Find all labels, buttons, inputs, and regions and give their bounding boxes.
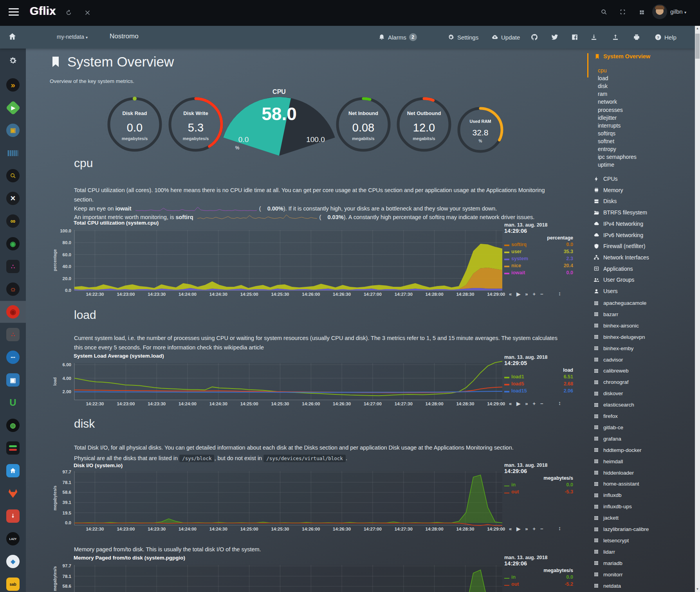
pan-back-icon[interactable]: « xyxy=(509,526,512,532)
gauge-used-ram[interactable]: Used RAM 32.8 % xyxy=(453,103,507,157)
cpu-chart[interactable]: 14:22:3014:23:0014:23:3014:24:0014:24:30… xyxy=(51,219,576,303)
app-title[interactable]: Gflix xyxy=(30,5,56,18)
vertical-scrollbar[interactable]: ▲ ▼ xyxy=(695,26,700,592)
sidebar-section-system-overview[interactable]: System Overview xyxy=(594,53,650,59)
sidebar-item-disk[interactable]: disk xyxy=(598,83,608,89)
sidebar-app-jackett[interactable]: jackett xyxy=(594,515,619,521)
chart-plot[interactable]: 14:22:3014:23:0014:23:3014:24:0014:24:30… xyxy=(51,219,576,303)
sidebar-app-firefox[interactable]: firefox xyxy=(594,413,618,419)
sidebar-app-elasticsearch[interactable]: elasticsearch xyxy=(594,402,634,408)
sidebar-app-influxdb[interactable]: influxdb xyxy=(594,492,622,498)
sidebar-app-binhex-delugevpn[interactable]: binhex-delugevpn xyxy=(594,334,645,340)
rail-app-rutorrent[interactable]: ◍ xyxy=(0,418,26,433)
sidebar-app-chronograf[interactable]: chronograf xyxy=(594,379,629,385)
sidebar-section-ipv4-networking[interactable]: IPv4 Networking xyxy=(594,221,643,227)
legend-out[interactable]: out -5.3 xyxy=(504,488,573,495)
sidebar-section-network-interfaces[interactable]: Network Interfaces xyxy=(594,254,649,261)
chart-resize-handle[interactable]: ↕ xyxy=(558,525,561,531)
chart-resize-handle[interactable]: ↕ xyxy=(558,400,561,406)
legend-nice[interactable]: nice 20.4 xyxy=(504,262,573,269)
sidebar-section-disks[interactable]: Disks xyxy=(594,198,617,204)
legend-out[interactable]: out -5.2 xyxy=(504,581,573,588)
pan-back-icon[interactable]: « xyxy=(509,291,512,297)
ndbar-github-button[interactable] xyxy=(531,26,538,49)
legend-softirq[interactable]: softirq 0.0 xyxy=(504,241,573,248)
legend-load5[interactable]: load5 2.68 xyxy=(504,380,573,387)
ndbar-help-button[interactable]: ?Help xyxy=(655,26,677,49)
rail-app-portainer[interactable]: ▣ xyxy=(0,372,26,387)
legend-user[interactable]: user 35.3 xyxy=(504,248,573,255)
rail-app-grafana[interactable]: ☼ xyxy=(0,282,26,297)
chart-plot[interactable]: 14:22:3014:23:0014:23:3014:24:0014:24:30… xyxy=(51,352,576,411)
ndbar-settings-button[interactable]: Settings xyxy=(447,26,478,49)
sidebar-section-applications[interactable]: Applications xyxy=(594,266,633,272)
pan-forward-icon[interactable]: » xyxy=(525,401,528,407)
apps-grid-icon[interactable] xyxy=(639,9,645,15)
rail-app-duplicati[interactable]: ◆ xyxy=(0,554,26,569)
legend-in[interactable]: in 0.0 xyxy=(504,481,573,488)
sidebar-app-hddtemp-docker[interactable]: hddtemp-docker xyxy=(594,447,642,453)
rail-app-get-app[interactable] xyxy=(0,509,26,524)
sidebar-item-network[interactable]: network xyxy=(598,99,617,105)
sidebar-item-interrupts[interactable]: interrupts xyxy=(598,122,621,129)
gauge-cpu[interactable]: 58.0 0.0 % 100.0 xyxy=(220,88,338,162)
sidebar-section-user-groups[interactable]: User Groups xyxy=(594,277,634,283)
rail-app-gitlab[interactable] xyxy=(0,486,26,501)
home-icon[interactable] xyxy=(8,32,17,41)
sidebar-app-mariadb[interactable]: mariadb xyxy=(594,560,622,566)
zoom-in-icon[interactable]: + xyxy=(532,291,536,297)
play-icon[interactable]: ▶ xyxy=(516,526,520,532)
rail-app-emby[interactable]: ▶ xyxy=(0,100,26,115)
rail-app-synclounge[interactable]: ∴ xyxy=(0,259,26,274)
sidebar-app-heimdall[interactable]: heimdall xyxy=(594,459,623,464)
rail-app-couchpotato[interactable]: ◉ xyxy=(0,236,26,251)
rail-settings-shortcut[interactable] xyxy=(0,53,26,68)
ndbar-twitter-button[interactable] xyxy=(551,26,558,49)
pan-forward-icon[interactable]: » xyxy=(525,526,528,532)
pgpgio-chart[interactable]: 97.778.158.6megabytes/sMemory Paged from… xyxy=(51,554,576,592)
hostname[interactable]: Nostromo xyxy=(110,32,139,40)
sidebar-item-softnet[interactable]: softnet xyxy=(598,138,614,144)
gauge-disk-write[interactable]: Disk Write 5.3 megabytes/s xyxy=(164,93,227,156)
ndbar-update-button[interactable]: Update xyxy=(491,26,520,49)
pan-back-icon[interactable]: « xyxy=(509,401,512,407)
sidebar-app-home-assistant[interactable]: home-assistant xyxy=(594,481,639,487)
sidebar-item-uptime[interactable]: uptime xyxy=(598,162,614,168)
rail-app-netdata[interactable]: ◉ xyxy=(0,304,26,319)
sidebar-section-users[interactable]: Users xyxy=(594,288,618,294)
zoom-out-icon[interactable]: − xyxy=(540,526,543,532)
sidebar-app-cadvisor[interactable]: cadvisor xyxy=(594,357,623,363)
sidebar-app-gitlab-ce[interactable]: gitlab-ce xyxy=(594,425,623,430)
server-dropdown[interactable]: my-netdata ▾ xyxy=(57,34,88,40)
rail-app-jdownloader[interactable]: ∴ xyxy=(0,327,26,342)
sidebar-item-ram[interactable]: ram xyxy=(598,91,607,97)
load-chart[interactable]: 14:22:3014:23:0014:23:3014:24:0014:24:30… xyxy=(51,352,576,411)
sidebar-app-lidarr[interactable]: lidarr xyxy=(594,549,615,555)
rail-app-jackett[interactable] xyxy=(0,168,26,183)
close-tab-icon[interactable] xyxy=(84,9,91,16)
sidebar-item-ipc-semaphores[interactable]: ipc semaphores xyxy=(598,154,637,160)
legend-load15[interactable]: load15 2.06 xyxy=(504,387,573,394)
ndbar-printer-button[interactable] xyxy=(633,26,640,49)
scroll-up-arrow[interactable]: ▲ xyxy=(695,26,700,31)
rail-app-unraid[interactable]: U xyxy=(0,395,26,410)
sidebar-app-hiddenloader[interactable]: hiddenloader xyxy=(594,470,634,476)
legend-load1[interactable]: load1 6.51 xyxy=(504,373,573,380)
pan-forward-icon[interactable]: » xyxy=(525,291,528,297)
ndbar-download-button[interactable] xyxy=(590,26,597,49)
menu-icon[interactable] xyxy=(9,8,19,17)
sidebar-section-cpus[interactable]: CPUs xyxy=(594,176,618,182)
sidebar-app-binhex-airsonic[interactable]: binhex-airsonic xyxy=(594,323,639,329)
zoom-in-icon[interactable]: + xyxy=(532,526,536,532)
chart-plot[interactable]: 14:22:3014:23:0014:23:3014:24:0014:24:30… xyxy=(51,462,576,537)
sidebar-app-monitorr[interactable]: monitorr xyxy=(594,572,623,578)
scrollbar-thumb[interactable] xyxy=(695,34,700,59)
avatar[interactable] xyxy=(652,4,667,19)
rail-app-sonarr[interactable]: ∞ xyxy=(0,214,26,229)
ndbar-alarms-button[interactable]: Alarms2 xyxy=(378,26,417,49)
play-icon[interactable]: ▶ xyxy=(516,401,520,407)
refresh-tab-icon[interactable] xyxy=(65,9,72,16)
gauge-net-outbound[interactable]: Net Outbound 12.0 megabits/s xyxy=(393,93,455,156)
rail-app-plex[interactable]: » xyxy=(0,77,26,92)
sidebar-item-cpu[interactable]: cpu xyxy=(598,67,607,74)
